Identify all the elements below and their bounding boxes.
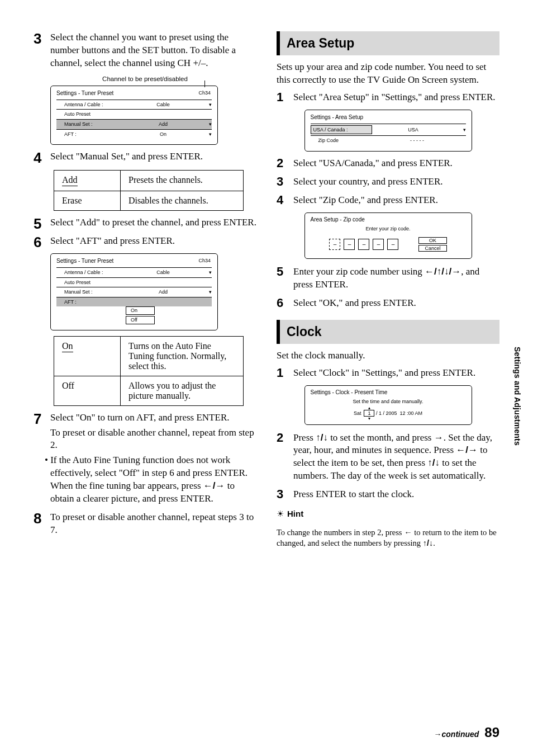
ui-title: Settings - Tuner Preset <box>56 89 212 97</box>
clock-min: 00 <box>408 410 414 416</box>
step-text: Select "Manual Set," and press ENTER. <box>50 150 256 163</box>
step-number: 3 <box>277 176 293 191</box>
left-column: 3 Select the channel you want to preset … <box>34 31 256 556</box>
area-step-5: 5Enter your zip code number using ←/↑/↓/… <box>277 266 499 294</box>
area-step-3: 3Select your country, and press ENTER. <box>277 176 499 191</box>
add-erase-table: AddPresets the channels. EraseDisables t… <box>54 170 244 211</box>
zip-digit-row: – – – – – OK Cancel <box>311 237 466 252</box>
clock-date-line: Sat 1 / 1 / 2005 12 :00 AM <box>311 410 466 417</box>
step-7: 7 Select "On" to turn on AFT, and press … <box>34 412 256 508</box>
tuner-preset-ui-1: Settings - Tuner Preset Ch34 Antenna / C… <box>50 86 218 145</box>
table-val: Disables the channels. <box>121 191 244 211</box>
area-step-2: 2Select "USA/Canada," and press ENTER. <box>277 157 499 172</box>
clock-step-1: 1Select "Clock" in "Settings," and press… <box>277 367 499 382</box>
tuner-preset-ui-2: Settings - Tuner Preset Ch34 Antenna / C… <box>50 253 218 330</box>
step-text: Select "USA/Canada," and press ENTER. <box>293 157 499 170</box>
hint-heading: Hint <box>277 509 499 519</box>
left-right-arrow-icon: ←/→ <box>456 445 478 455</box>
pointer-line <box>204 81 205 87</box>
section-intro: Sets up your area and zip code number. Y… <box>277 61 499 87</box>
ok-button: OK <box>418 237 446 244</box>
clock-dow: Sat <box>354 410 361 416</box>
section-intro: Set the clock manually. <box>277 349 499 362</box>
clock-step-2: 2Press ↑/↓ to set the month, and press →… <box>277 432 499 485</box>
aft-option-off: Off <box>126 316 155 324</box>
ui-title: Settings - Clock - Present Time <box>311 389 466 395</box>
on-off-table: OnTurns on the Auto Fine Tuning function… <box>54 336 244 406</box>
ui-row: AFT :On▾ <box>56 129 212 139</box>
side-tab: Settings and Adjustments <box>513 347 522 446</box>
channel-indicator: Ch34 <box>198 257 211 264</box>
four-arrow-icon: ←/↑/↓/→ <box>425 266 461 277</box>
ui-row-selected: USA / Canada :USA▾ <box>311 124 466 136</box>
table-key: Erase <box>54 191 121 211</box>
clock-hour: 12 <box>400 410 406 416</box>
up-down-arrow-icon: ↑/↓ <box>427 457 440 468</box>
zip-digit: – <box>373 239 384 250</box>
up-down-arrow-icon: ↑/↓ <box>316 432 328 443</box>
ui-message: Set the time and date manually. <box>311 399 466 404</box>
table-val: Presets the channels. <box>121 171 244 191</box>
area-step-1: 1 Select "Area Setup" in "Settings," and… <box>277 91 499 106</box>
section-heading-area-setup: Area Setup <box>277 31 499 55</box>
step-text: Press ↑/↓ to set the month, and press →.… <box>293 432 499 483</box>
step-text: To preset or disable another channel, re… <box>50 511 256 537</box>
ui-row: Zip Code- - - - - <box>311 135 466 145</box>
channel-indicator: Ch34 <box>198 89 211 97</box>
step-number: 6 <box>277 297 293 312</box>
up-down-arrow-icon: ↑/↓ <box>423 538 434 547</box>
section-heading-clock: Clock <box>277 320 499 344</box>
step-bullet: • If the Auto Fine Tuning function does … <box>50 454 256 505</box>
channel-note: Channel to be preset/disabled <box>34 75 256 82</box>
clock-day: 1 <box>379 410 382 416</box>
step-text: Select "Clock" in "Settings," and press … <box>293 367 499 380</box>
step-text: Select "AFT" and press ENTER. <box>50 235 256 248</box>
zip-digit: – <box>329 239 340 250</box>
cancel-button: Cancel <box>418 245 446 252</box>
page-footer: →continued 89 <box>434 725 499 740</box>
two-column-layout: 3 Select the channel you want to preset … <box>34 31 499 556</box>
aft-option-on: On <box>126 306 155 315</box>
clock-ampm: AM <box>415 410 423 416</box>
table-val: Allows you to adjust the picture manuall… <box>121 376 244 405</box>
step-text: Select "On" to turn on AFT, and press EN… <box>50 412 256 424</box>
step-text: Enter your zip code number using ←/↑/↓/→… <box>293 266 499 291</box>
manual-page: 3 Select the channel you want to preset … <box>0 0 533 756</box>
table-key: Off <box>54 376 121 405</box>
area-step-4: 4Select "Zip Code," and press ENTER. <box>277 194 499 209</box>
ui-title: Settings - Area Setup <box>311 114 466 121</box>
table-key: Add <box>54 171 121 191</box>
ui-row: Antenna / Cable :Cable▾ <box>56 100 212 110</box>
area-step-6: 6Select "OK," and press ENTER. <box>277 297 499 312</box>
step-text: Select "Area Setup" in "Settings," and p… <box>293 91 499 104</box>
hint-text: To change the numbers in step 2, press ←… <box>277 527 499 549</box>
step-6: 6 Select "AFT" and press ENTER. <box>34 235 256 250</box>
step-text: Select your country, and press ENTER. <box>293 176 499 188</box>
step-number: 3 <box>277 488 293 503</box>
step-text: Select "OK," and press ENTER. <box>293 297 499 310</box>
ui-title: Area Setup - Zip code <box>311 216 466 223</box>
step-text: Select "Add" to preset the channel, and … <box>50 216 256 229</box>
ui-title: Settings - Tuner Preset <box>56 257 212 265</box>
step-text: Select "Zip Code," and press ENTER. <box>293 194 499 207</box>
ui-row-selected: AFT : <box>56 297 212 307</box>
clock-ui: Settings - Clock - Present Time Set the … <box>304 385 472 425</box>
page-number: 89 <box>484 725 499 740</box>
step-number: 2 <box>277 432 293 485</box>
ui-row-selected: Manual Set :Add▾ <box>56 119 212 129</box>
clock-year: 2005 <box>386 410 397 416</box>
step-number: 3 <box>34 31 50 72</box>
step-number: 2 <box>277 157 293 172</box>
zip-digit: – <box>344 239 355 250</box>
ui-message: Enter your zip code. <box>311 226 466 231</box>
step-number: 1 <box>277 91 293 106</box>
right-column: Area Setup Sets up your area and zip cod… <box>277 31 499 556</box>
table-val: Turns on the Auto Fine Tuning function. … <box>121 336 244 376</box>
ui-row: Manual Set :Add▾ <box>56 287 212 297</box>
step-number: 5 <box>34 216 50 231</box>
ui-row: Antenna / Cable :Cable▾ <box>56 267 212 277</box>
left-right-arrow-icon: ←/→ <box>203 480 225 491</box>
left-arrow-icon: ← <box>404 528 412 537</box>
right-arrow-icon: → <box>434 432 444 443</box>
area-setup-ui: Settings - Area Setup USA / Canada :USA▾… <box>304 110 472 152</box>
